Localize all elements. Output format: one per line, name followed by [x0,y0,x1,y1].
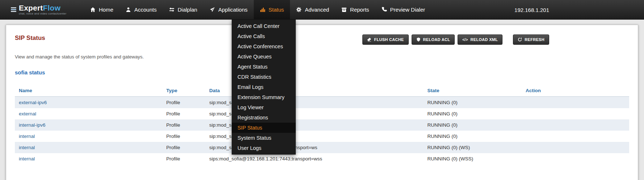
data-cell: sips:mod_sofia@192.168.1.201:7443;transp… [205,153,423,164]
menu-item-active-calls[interactable]: Active Calls [232,31,296,41]
state-cell: RUNNING (0) [423,97,522,108]
type-cell: Profile [162,97,205,108]
nav-label: Home [99,7,113,13]
nav-label: Advanced [305,7,329,13]
button-label: RELOAD ACL [423,37,450,42]
type-cell: Profile [162,119,205,131]
menu-item-agent-status[interactable]: Agent Status [232,62,296,72]
reload-acl-button[interactable]: RELOAD ACL [412,34,455,45]
table-row: internal Profile sip:mod_sofia@192.168.1… [15,131,629,142]
brand-tagline: chat, voice and video contactcenter [19,12,67,15]
state-cell: RUNNING (0) [423,119,522,131]
column-header-state: State [423,85,522,97]
code-icon: </> [462,38,468,42]
profile-link[interactable]: internal [19,145,35,150]
brand-primary: Expert [19,4,43,12]
page-description: View and manage the status of system pro… [15,54,629,60]
reload-xml-button[interactable]: </> RELOAD XML [458,34,502,45]
table-header-row: Name Type Data State Action [15,85,629,97]
section-title: sofia status [15,69,629,75]
nav-label: Reports [350,7,369,13]
state-cell: RUNNING (0) (WSS) [423,153,522,164]
top-navbar: ExpertFlow chat, voice and video contact… [0,0,644,20]
bar-chart-icon [260,7,265,12]
eraser-icon [367,37,371,42]
nav-item-reports[interactable]: Reports [335,0,375,19]
phone-icon [382,7,387,12]
menu-item-active-call-center[interactable]: Active Call Center [232,21,296,31]
menu-item-extension-summary[interactable]: Extension Summary [232,92,296,102]
home-icon [90,7,96,12]
nav-item-accounts[interactable]: Accounts [119,0,163,19]
nav-item-preview-dialer[interactable]: Preview Dialer [375,0,432,19]
nav-item-applications[interactable]: Applications [203,0,254,19]
nav-label: Dialplan [178,7,197,13]
type-cell: Profile [162,153,205,164]
nav-label: Accounts [134,7,157,13]
table-row: internal Profile sips:mod_sofia@192.168.… [15,153,629,164]
profile-link[interactable]: external-ipv6 [19,100,47,105]
table-row: external-ipv6 Profile sip:mod_sofia@[::1… [15,97,629,108]
column-header-name: Name [15,85,162,97]
action-cell [522,142,629,153]
expertflow-logo[interactable]: ExpertFlow chat, voice and video contact… [11,4,75,15]
nav-item-advanced[interactable]: Advanced [290,0,335,19]
table-row: external Profile sip:mod_sofia@192.168.1… [15,108,629,119]
logo-bars-icon [11,7,16,12]
nav-item-status[interactable]: Status [254,0,290,19]
refresh-button[interactable]: REFRESH [513,34,549,45]
state-cell: RUNNING (0) [423,131,522,142]
state-cell: RUNNING (0) [423,108,522,119]
button-label: RELOAD XML [471,37,498,42]
exchange-icon [169,7,174,12]
paper-plane-icon [210,7,215,12]
main-nav: Home Accounts Dialplan Applications Stat… [84,0,431,19]
menu-item-log-viewer[interactable]: Log Viewer [232,102,296,112]
type-cell: Profile [162,142,205,153]
type-cell: Profile [162,131,205,142]
content-card: SIP Status FLUSH CACHE RELOAD ACL </> RE… [6,25,638,180]
shield-icon [416,37,421,42]
column-header-type: Type [162,85,205,97]
nav-label: Preview Dialer [390,7,425,13]
toolbar: FLUSH CACHE RELOAD ACL </> RELOAD XML RE… [362,34,549,45]
profile-link[interactable]: internal-ipv6 [19,122,46,128]
table-row: internal Profile sip:mod_sofia@192.168.1… [15,142,629,153]
menu-item-registrations[interactable]: Registrations [232,112,296,123]
server-address: 192.168.1.201 [514,0,549,20]
profile-link[interactable]: external [19,111,36,116]
menu-item-active-conferences[interactable]: Active Conferences [232,41,296,52]
menu-item-active-queues[interactable]: Active Queues [232,52,296,62]
type-cell: Profile [162,108,205,119]
profile-link[interactable]: internal [19,134,35,139]
nav-label: Applications [218,7,248,13]
nav-label: Status [269,7,284,13]
profile-link[interactable]: internal [19,156,35,161]
menu-item-cdr-statistics[interactable]: CDR Statistics [232,72,296,82]
action-cell [522,97,629,108]
sofia-status-table: Name Type Data State Action external-ipv… [15,85,629,164]
action-cell [522,119,629,131]
logo-text: ExpertFlow chat, voice and video contact… [19,4,67,15]
button-label: FLUSH CACHE [374,37,404,42]
archive-icon [341,7,347,12]
nav-item-home[interactable]: Home [84,0,119,19]
menu-item-system-status[interactable]: System Status [232,133,296,143]
action-cell [522,131,629,142]
gear-icon [296,7,302,12]
brand-secondary: Flow [43,4,61,12]
menu-item-email-logs[interactable]: Email Logs [232,82,296,92]
button-label: REFRESH [525,37,544,42]
status-dropdown-menu: Active Call Center Active Calls Active C… [232,20,296,155]
column-header-action: Action [522,85,629,97]
action-cell [522,108,629,119]
nav-item-dialplan[interactable]: Dialplan [163,0,203,19]
table-row: internal-ipv6 Profile sip:mod_sofia@[::1… [15,119,629,131]
menu-item-user-logs[interactable]: User Logs [232,143,296,153]
user-icon [126,7,131,12]
action-cell [522,153,629,164]
menu-item-sip-status[interactable]: SIP Status [232,123,296,133]
refresh-icon [518,37,522,42]
state-cell: RUNNING (0) (WS) [423,142,522,153]
flush-cache-button[interactable]: FLUSH CACHE [362,34,408,45]
